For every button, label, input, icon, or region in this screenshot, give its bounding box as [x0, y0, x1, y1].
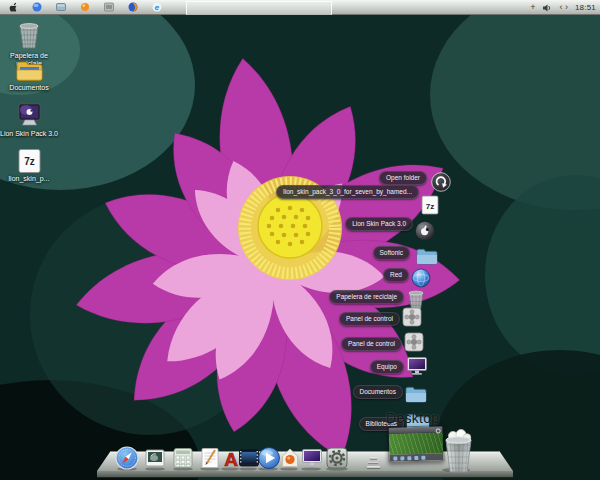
plus-icon[interactable]: + [530, 3, 535, 12]
miniwin-content [389, 432, 444, 454]
trash-full-icon[interactable] [441, 428, 475, 474]
fan-item-lion-skin-pack[interactable]: Lion Skin Pack 3.0 [345, 217, 413, 231]
fan-item-computer[interactable]: Equipo [370, 360, 404, 374]
stack-label-desktop: Desktop [386, 410, 439, 426]
desktop-icon-label: Documentos [0, 84, 58, 92]
menu-bar: e + ‹ › 18:51 [0, 0, 600, 15]
window-tray-icon[interactable] [56, 0, 66, 16]
fan-item-open-folder[interactable]: Open folder [379, 171, 427, 185]
desktop-icon-documents[interactable]: Documentos [0, 60, 58, 92]
orange-ball-tray-icon[interactable] [80, 0, 90, 16]
7z-archive-icon: 7z [0, 148, 58, 174]
lotus-wallpaper [0, 15, 600, 480]
network-globe-icon[interactable] [411, 268, 431, 288]
computer-icon[interactable] [406, 356, 426, 376]
dock-separator [366, 454, 380, 470]
desktop-icon-7z-archive[interactable]: 7z lion_skin_p... [0, 148, 58, 183]
safari-icon[interactable] [115, 446, 139, 470]
minimized-window-thumbnail[interactable] [388, 425, 445, 462]
trash-icon[interactable] [406, 289, 426, 309]
blue-folder-icon[interactable] [405, 385, 425, 405]
svg-text:7z: 7z [24, 156, 35, 167]
fan-item-softonic[interactable]: Softonic [373, 246, 411, 260]
fan-item-recycle-bin[interactable]: Papelera de reciclaje [329, 290, 404, 304]
preview-icon[interactable] [143, 446, 167, 470]
fan-item-archive[interactable]: lion_skin_pack_3_0_for_seven_by_hamed... [276, 185, 419, 199]
svg-text:e: e [155, 3, 160, 12]
imac-apple-icon [0, 102, 58, 129]
desktop-icon-label: Lion Skin Pack 3.0 [0, 130, 58, 138]
menubar-highlight-box [186, 1, 332, 15]
open-folder-icon[interactable] [431, 172, 451, 192]
apple-sphere-icon[interactable] [415, 221, 435, 241]
fan-item-control-panel[interactable]: Panel de control [339, 312, 400, 326]
firefox-tray-icon[interactable] [128, 0, 138, 16]
system-preferences-icon[interactable] [325, 446, 349, 470]
apple-menu[interactable] [8, 0, 18, 16]
magnifier-icon [436, 428, 441, 433]
desktop-icon-label: lion_skin_p... [0, 175, 58, 183]
control-panel-icon[interactable] [402, 307, 422, 327]
display-icon[interactable] [300, 446, 324, 470]
folder-icon [0, 60, 58, 83]
launcher-icon[interactable] [278, 446, 302, 470]
menubar-clock[interactable]: 18:51 [575, 3, 596, 12]
calculator-icon[interactable] [171, 446, 195, 470]
speaker-icon[interactable] [542, 3, 552, 13]
fan-item-control-panel[interactable]: Panel de control [341, 337, 402, 351]
internet-explorer-tray-icon[interactable]: e [152, 0, 162, 16]
fan-item-red[interactable]: Red [383, 268, 409, 282]
miniwin-icon-row [389, 453, 443, 461]
fan-item-documents[interactable]: Documentos [353, 385, 404, 399]
arrows-icon[interactable]: ‹ › [559, 3, 568, 12]
svg-text:7z: 7z [426, 202, 434, 211]
control-panel-icon[interactable] [404, 332, 424, 352]
7z-archive-icon[interactable]: 7z [421, 195, 441, 215]
trash-icon [0, 21, 58, 51]
globe-tray-icon[interactable] [32, 0, 42, 16]
blue-folder-icon[interactable] [416, 247, 436, 267]
desktop-icon-lion-skin-pack[interactable]: Lion Skin Pack 3.0 [0, 102, 58, 138]
grey-app-tray-icon[interactable] [104, 0, 114, 16]
